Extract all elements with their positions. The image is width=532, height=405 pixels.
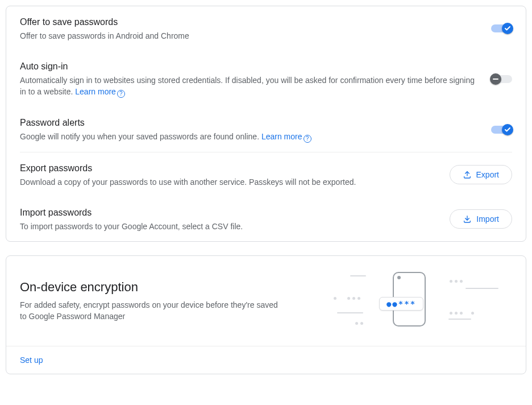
deco-dots	[347, 292, 363, 296]
on-device-encryption-illustration: ●●***	[330, 270, 512, 332]
auto-sign-in-toggle[interactable]	[491, 75, 512, 83]
on-device-encryption-body: On-device encryption For added safety, e…	[6, 256, 526, 346]
set-up-link[interactable]: Set up	[20, 356, 43, 365]
help-circle-icon: ?	[117, 90, 125, 98]
import-passwords-desc: To import passwords to your Google Accou…	[20, 221, 436, 232]
learn-more-label: Learn more	[261, 132, 302, 141]
deco-dash	[337, 312, 363, 313]
on-device-encryption-desc: For added safety, encrypt passwords on y…	[20, 299, 281, 322]
import-passwords-title: Import passwords	[20, 206, 436, 220]
import-button-label: Import	[476, 214, 499, 224]
password-alerts-text: Password alerts Google will notify you w…	[20, 116, 491, 143]
auto-sign-in-title: Auto sign-in	[20, 60, 477, 73]
deco-dots	[450, 275, 465, 279]
password-alerts-toggle[interactable]	[491, 126, 512, 134]
toggle-knob	[490, 73, 501, 85]
check-icon	[504, 25, 511, 32]
password-alerts-row: Password alerts Google will notify you w…	[6, 107, 526, 152]
deco-dash	[466, 288, 498, 289]
check-icon	[504, 126, 511, 133]
offer-save-passwords-title: Offer to save passwords	[20, 15, 477, 29]
on-device-encryption-card: On-device encryption For added safety, e…	[6, 255, 526, 374]
password-bubble-icon: ●●***	[379, 297, 423, 311]
password-alerts-desc-text: Google will notify you when your saved p…	[20, 132, 261, 141]
deco-dots	[471, 307, 476, 311]
import-button[interactable]: Import	[450, 209, 512, 229]
export-passwords-row: Export passwords Download a copy of your…	[6, 152, 526, 197]
auto-sign-in-desc: Automatically sign in to websites using …	[20, 75, 477, 98]
deco-dash	[448, 319, 471, 320]
auto-sign-in-text: Auto sign-in Automatically sign in to we…	[20, 60, 491, 98]
minus-icon	[493, 78, 498, 80]
export-button-label: Export	[476, 170, 499, 179]
password-alerts-title: Password alerts	[20, 116, 477, 130]
password-alerts-desc: Google will notify you when your saved p…	[20, 131, 477, 143]
on-device-encryption-text: On-device encryption For added safety, e…	[20, 280, 330, 322]
auto-sign-in-learn-more-link[interactable]: Learn more?	[75, 87, 125, 96]
export-passwords-desc: Download a copy of your passwords to use…	[20, 176, 436, 188]
download-icon	[463, 214, 472, 224]
deco-dots	[450, 307, 465, 311]
export-button[interactable]: Export	[450, 165, 512, 184]
password-alerts-learn-more-link[interactable]: Learn more?	[261, 132, 311, 141]
export-passwords-title: Export passwords	[20, 162, 436, 175]
learn-more-label: Learn more	[75, 87, 116, 96]
auto-sign-in-row: Auto sign-in Automatically sign in to we…	[6, 51, 526, 107]
deco-dots	[334, 292, 339, 296]
toggle-knob	[502, 23, 513, 34]
offer-save-passwords-toggle[interactable]	[491, 24, 512, 32]
offer-save-passwords-text: Offer to save passwords Offer to save pa…	[20, 15, 491, 42]
import-passwords-text: Import passwords To import passwords to …	[20, 206, 450, 232]
password-settings-card: Offer to save passwords Offer to save pa…	[6, 6, 526, 242]
toggle-knob	[502, 124, 513, 135]
on-device-encryption-title: On-device encryption	[20, 280, 317, 295]
export-passwords-text: Export passwords Download a copy of your…	[20, 162, 450, 188]
deco-dots	[355, 317, 365, 321]
deco-dash	[350, 275, 366, 276]
offer-save-passwords-row: Offer to save passwords Offer to save pa…	[6, 6, 526, 51]
import-passwords-row: Import passwords To import passwords to …	[6, 197, 526, 241]
offer-save-passwords-desc: Offer to save passwords in Android and C…	[20, 30, 477, 42]
on-device-encryption-footer: Set up	[6, 346, 526, 374]
help-circle-icon: ?	[304, 135, 311, 143]
upload-icon	[463, 170, 472, 179]
